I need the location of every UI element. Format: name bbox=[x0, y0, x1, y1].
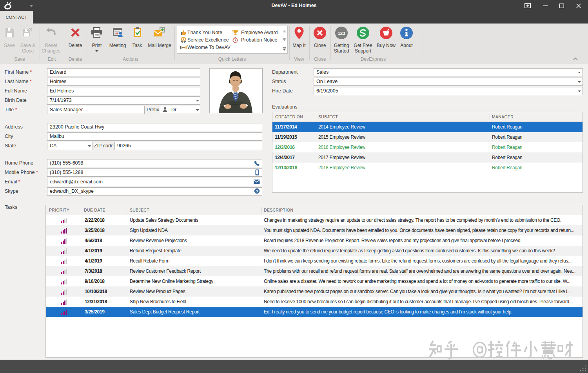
svg-text:S: S bbox=[256, 189, 258, 193]
